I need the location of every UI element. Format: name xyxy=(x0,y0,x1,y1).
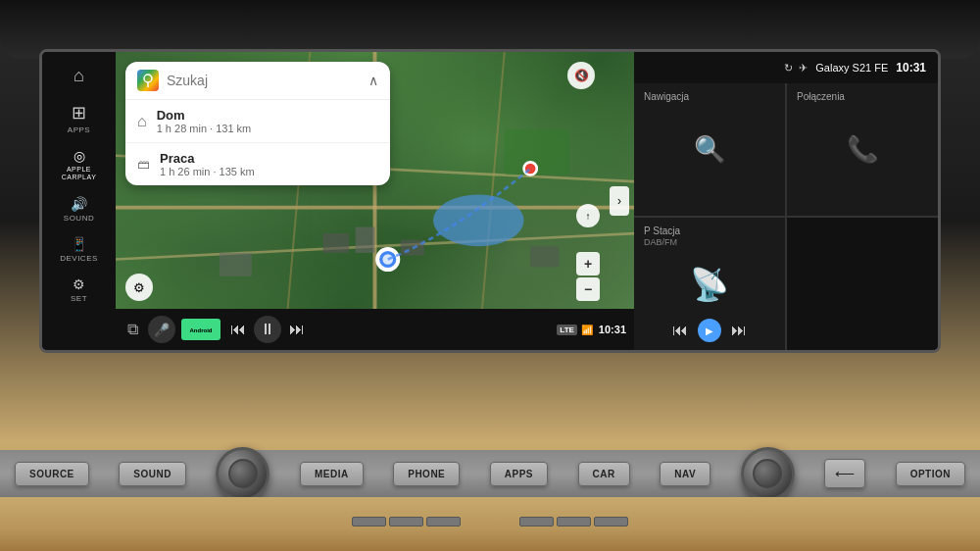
radio-play-button[interactable]: ▶ xyxy=(698,319,721,342)
route-item-dom[interactable]: ⌂ Dom 1 h 28 min · 131 km xyxy=(125,100,390,143)
apps-button[interactable]: APPS xyxy=(490,462,548,486)
search-bar[interactable]: ∧ xyxy=(125,62,390,100)
svg-rect-13 xyxy=(530,246,559,267)
sidebar-item-home[interactable]: ⌂ xyxy=(47,60,111,94)
work-route-icon: 🗃 xyxy=(137,157,150,172)
vent xyxy=(352,517,386,526)
empty-cell xyxy=(787,218,938,350)
map-mute-button[interactable]: 🔇 xyxy=(567,62,595,89)
sidebar-item-apps[interactable]: ⊞ APPS xyxy=(47,96,111,140)
right-panel: ↻ ✈ Galaxy S21 FE 10:31 Nawigacja 🔍 P xyxy=(634,52,938,350)
lte-badge: LTE xyxy=(557,325,577,335)
next-track-button[interactable]: ⏭ xyxy=(289,321,305,338)
wifi-icon: ✈ xyxy=(799,62,808,75)
signal-icon: 📶 xyxy=(581,325,593,335)
option-button[interactable]: OPTION xyxy=(896,462,965,486)
radio-cell[interactable]: P Stacja DAB/FM 📡 ⏮ ▶ ⏭ xyxy=(634,218,785,350)
route-name-dom: Dom xyxy=(157,108,378,123)
search-panel: ∧ ⌂ Dom 1 h 28 min · 131 km 🗃 Praca xyxy=(125,62,390,185)
sidebar-item-sound[interactable]: 🔊 SOUND xyxy=(47,190,111,228)
home-route-icon: ⌂ xyxy=(137,113,147,130)
right-knob[interactable] xyxy=(741,447,795,501)
settings-icon: ⚙ xyxy=(73,276,85,292)
radio-controls: ⏮ ▶ ⏭ xyxy=(672,319,747,342)
route-detail-praca: 1 h 26 min · 135 km xyxy=(160,166,378,177)
nav-button[interactable]: NAV xyxy=(660,462,710,486)
radio-satellite-icon: 📡 xyxy=(690,266,729,303)
radio-type-label: DAB/FM xyxy=(644,237,677,247)
map-compass[interactable]: ↑ xyxy=(576,204,600,227)
map-area: ∧ ⌂ Dom 1 h 28 min · 131 km 🗃 Praca xyxy=(116,52,634,350)
screen-inner: ⌂ ⊞ APPS ◎ APPLECARPLAY 🔊 SOUND 📱 DEVICE… xyxy=(42,52,938,350)
zoom-out-button[interactable]: − xyxy=(576,277,600,301)
controls-bar: SOURCE SOUND MEDIA PHONE APPS CaR NAV ⟵ … xyxy=(0,450,980,497)
route-item-praca[interactable]: 🗃 Praca 1 h 26 min · 135 km xyxy=(125,143,390,185)
back-button[interactable]: ⟵ xyxy=(824,459,865,488)
sidebar-item-apps-label: APPS xyxy=(68,125,90,134)
nawigacja-cell[interactable]: Nawigacja 🔍 xyxy=(634,83,785,216)
svg-text:Android: Android xyxy=(190,327,213,333)
dashboard: ⌂ ⊞ APPS ◎ APPLECARPLAY 🔊 SOUND 📱 DEVICE… xyxy=(0,0,980,551)
carplay-icon: ◎ xyxy=(74,148,85,164)
zoom-in-button[interactable]: + xyxy=(576,252,600,276)
vent xyxy=(389,517,423,526)
search-input[interactable] xyxy=(167,73,361,88)
route-name-praca: Praca xyxy=(160,151,378,166)
split-screen-button[interactable]: ⧉ xyxy=(123,317,142,342)
svg-rect-10 xyxy=(356,226,375,252)
prev-track-button[interactable]: ⏮ xyxy=(230,321,246,338)
sidebar-item-devices-label: DEVICES xyxy=(60,254,98,263)
home-icon: ⌂ xyxy=(74,66,84,86)
svg-point-6 xyxy=(433,194,524,246)
car-button[interactable]: CaR xyxy=(578,462,630,486)
right-vents xyxy=(519,517,628,526)
source-button[interactable]: SOURCE xyxy=(15,462,89,486)
status-time: 10:31 xyxy=(896,61,926,75)
svg-point-15 xyxy=(382,254,393,265)
play-pause-button[interactable]: ⏸ xyxy=(254,316,281,343)
apps-icon: ⊞ xyxy=(72,102,86,124)
sidebar-item-set-label: SET xyxy=(71,294,87,303)
sidebar-item-carplay[interactable]: ◎ APPLECARPLAY xyxy=(47,142,111,188)
sound-icon: 🔊 xyxy=(71,196,87,212)
radio-station-label: P Stacja xyxy=(644,225,680,236)
media-time: 10:31 xyxy=(599,324,626,335)
sound-button[interactable]: SOUND xyxy=(119,462,186,486)
route-info-praca: Praca 1 h 26 min · 135 km xyxy=(160,151,378,177)
route-info-dom: Dom 1 h 28 min · 131 km xyxy=(157,108,378,134)
polaczenia-cell[interactable]: Połączenia 📞 xyxy=(787,83,938,216)
map-settings-button[interactable]: ⚙ xyxy=(125,274,153,301)
polaczenia-phone-icon: 📞 xyxy=(847,134,878,165)
map-zoom-controls: + − xyxy=(576,252,600,301)
bottom-bezel xyxy=(0,497,980,551)
device-name: Galaxy S21 FE xyxy=(815,62,888,74)
radio-next-button[interactable]: ⏭ xyxy=(731,322,747,339)
route-detail-dom: 1 h 28 min · 131 km xyxy=(157,123,378,134)
right-grid: Nawigacja 🔍 Połączenia 📞 P Stacja DAB/FM… xyxy=(634,83,938,350)
sidebar: ⌂ ⊞ APPS ◎ APPLECARPLAY 🔊 SOUND 📱 DEVICE… xyxy=(42,52,116,350)
svg-rect-9 xyxy=(323,233,349,253)
screen-frame: ⌂ ⊞ APPS ◎ APPLECARPLAY 🔊 SOUND 📱 DEVICE… xyxy=(39,49,941,353)
vent xyxy=(426,517,461,526)
sidebar-item-settings[interactable]: ⚙ SET xyxy=(47,271,111,309)
media-controls: ⏮ ⏸ ⏭ xyxy=(230,316,305,343)
microphone-button[interactable]: 🎤 xyxy=(148,316,175,343)
status-icons: ↻ ✈ xyxy=(784,62,808,75)
left-vents xyxy=(352,517,461,526)
vent xyxy=(594,517,628,526)
media-button[interactable]: MEDIA xyxy=(300,462,364,486)
nawigacja-search-icon: 🔍 xyxy=(694,134,725,165)
radio-prev-button[interactable]: ⏮ xyxy=(672,322,688,339)
map-arrow[interactable]: › xyxy=(610,186,629,216)
left-knob[interactable] xyxy=(216,447,270,501)
vent xyxy=(519,517,554,526)
sidebar-item-carplay-label: APPLECARPLAY xyxy=(62,166,97,182)
status-bar: ↻ ✈ Galaxy S21 FE 10:31 xyxy=(634,52,938,83)
sidebar-item-devices[interactable]: 📱 DEVICES xyxy=(47,230,111,269)
left-knob-inner xyxy=(228,459,258,488)
vent xyxy=(557,517,591,526)
svg-rect-12 xyxy=(220,253,252,276)
media-bar: ⧉ 🎤 Android ⏮ ⏸ ⏭ LT xyxy=(116,309,634,350)
phone-button[interactable]: PHONE xyxy=(393,462,460,486)
polaczenia-label: Połączenia xyxy=(797,91,845,102)
